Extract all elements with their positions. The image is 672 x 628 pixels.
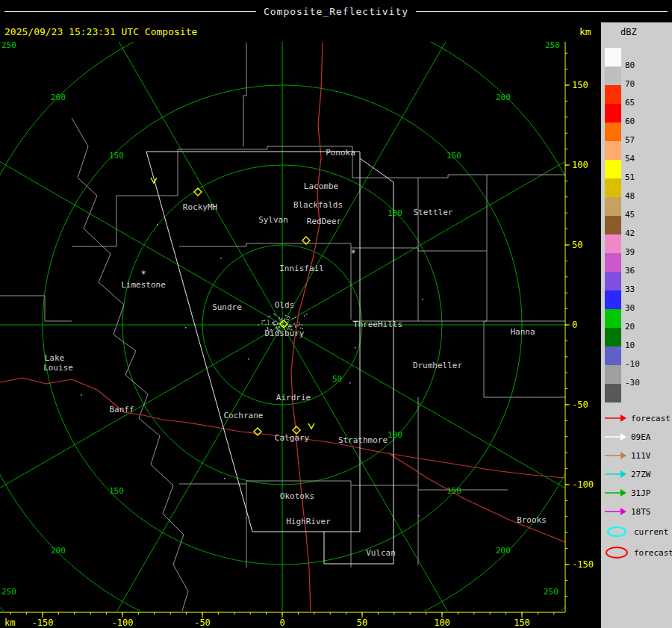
range-label: 250	[544, 587, 559, 597]
county-boundary	[351, 481, 508, 490]
city-label: Olds	[275, 300, 295, 310]
storm-ellipse-icon	[604, 524, 631, 539]
radar-echo-speckle	[283, 326, 284, 326]
radar-echo-speckle	[293, 318, 293, 319]
radar-echo-speckle	[265, 324, 266, 325]
range-radial	[282, 0, 588, 325]
city-label: Vulcan	[366, 548, 396, 558]
radar-echo-speckle	[290, 326, 290, 326]
dbz-color-swatch	[605, 272, 621, 290]
county-boundary	[484, 251, 487, 397]
city-label: Louise	[43, 363, 73, 373]
weak-echo-dot	[418, 515, 420, 517]
dbz-scale-value: 30	[625, 303, 662, 314]
radar-echo-speckle	[306, 314, 307, 314]
range-label: 100	[388, 208, 402, 218]
radar-echo-speckle	[288, 326, 289, 326]
legend-label: 09EA	[631, 432, 651, 442]
dbz-scale-value: 10	[625, 341, 662, 351]
county-boundary	[351, 243, 487, 251]
radar-echo-speckle	[276, 326, 277, 327]
legend-item-ellipse: forecast	[604, 545, 672, 560]
radar-echo-speckle	[273, 322, 273, 323]
range-label: 200	[496, 93, 511, 102]
x-axis-label: -150	[32, 618, 54, 628]
radar-map[interactable]: **25020015015020025010050100150150200250…	[0, 0, 672, 628]
track-arrow-icon	[604, 470, 628, 479]
city-label: Sundre	[212, 302, 242, 312]
weak-echo-dot	[157, 224, 158, 226]
dbz-color-swatch	[605, 328, 621, 346]
point-marker: *	[140, 269, 146, 279]
y-axis-label: -150	[572, 559, 594, 570]
radar-echo-speckle	[261, 320, 262, 321]
weak-echo-dot	[248, 358, 249, 360]
radar-echo-speckle	[270, 316, 270, 317]
radar-viewer-window: Composite_Reflectivity 2025/09/23 15:23:…	[0, 0, 672, 628]
weak-echo-dot	[81, 394, 82, 396]
legend-label: 111V	[631, 451, 651, 461]
radar-echo-speckle	[261, 323, 262, 324]
radar-echo-speckle	[287, 317, 288, 317]
map-layers: **25020015015020025010050100150150200250…	[0, 0, 672, 628]
dbz-scale-value: 54	[625, 154, 662, 164]
radar-echo-speckle	[299, 324, 300, 325]
dbz-scale-value: 42	[625, 228, 662, 239]
highway-line	[293, 438, 565, 478]
city-label: Innisfail	[279, 264, 324, 273]
city-label: RedDeer	[307, 217, 342, 226]
range-label: 150	[109, 151, 124, 161]
city-label: RockyMH	[183, 202, 217, 212]
city-label: Limestone	[121, 280, 166, 290]
radar-echo-speckle	[287, 319, 287, 320]
radar-echo-speckle	[273, 323, 273, 323]
km-label-bottom: km	[4, 618, 15, 628]
legend-label: current	[634, 527, 668, 537]
y-axis-label: 100	[572, 160, 588, 170]
county-boundary	[0, 296, 72, 321]
dbz-color-swatch	[605, 141, 621, 160]
legend-label: forecast	[631, 414, 671, 423]
dbz-color-swatch	[605, 85, 621, 104]
radar-echo-speckle	[299, 322, 299, 323]
radar-echo-speckle	[264, 320, 265, 320]
dbz-scale-value: -30	[625, 378, 662, 388]
x-axis-label: -100	[112, 618, 134, 628]
city-label: ThreeHills	[353, 320, 402, 329]
county-boundary	[243, 43, 246, 146]
radar-echo-speckle	[302, 324, 302, 325]
city-label: Cochrane	[224, 411, 264, 420]
radar-echo-speckle	[263, 320, 264, 321]
radar-echo-speckle	[285, 315, 286, 316]
dbz-scale-value: 36	[625, 266, 662, 276]
range-ring	[0, 5, 602, 628]
weak-echo-dot	[185, 327, 187, 329]
legend-item-arrow: 27ZW	[604, 467, 651, 482]
radar-echo-speckle	[268, 321, 269, 322]
range-label: 200	[51, 546, 66, 556]
y-axis-label: 0	[572, 320, 577, 330]
radar-echo-speckle	[258, 324, 259, 325]
radar-echo-speckle	[277, 323, 278, 324]
dbz-color-swatch	[605, 234, 621, 253]
point-marker: *	[350, 248, 355, 258]
y-axis-label: 50	[572, 240, 582, 250]
radar-echo-speckle	[273, 321, 274, 322]
city-label: Didsbury	[265, 329, 305, 338]
highway-line	[0, 378, 293, 438]
range-ring	[0, 0, 672, 628]
legend-item-arrow: forecast	[604, 411, 671, 426]
legend-item-arrow: 18TS	[604, 504, 651, 519]
dbz-scale-value: 80	[625, 60, 662, 71]
radar-echo-speckle	[293, 323, 294, 324]
city-label: Ponoka	[326, 148, 355, 158]
track-arrow-icon	[604, 488, 628, 497]
x-axis-label: 150	[514, 618, 530, 628]
dbz-scale-value: 70	[625, 79, 662, 90]
radar-echo-speckle	[287, 322, 288, 323]
radar-echo-speckle	[295, 326, 296, 327]
y-axis-label: -100	[572, 479, 594, 490]
county-boundary	[179, 243, 351, 246]
city-label: Airdrie	[276, 393, 311, 402]
dbz-color-swatch	[605, 104, 621, 122]
